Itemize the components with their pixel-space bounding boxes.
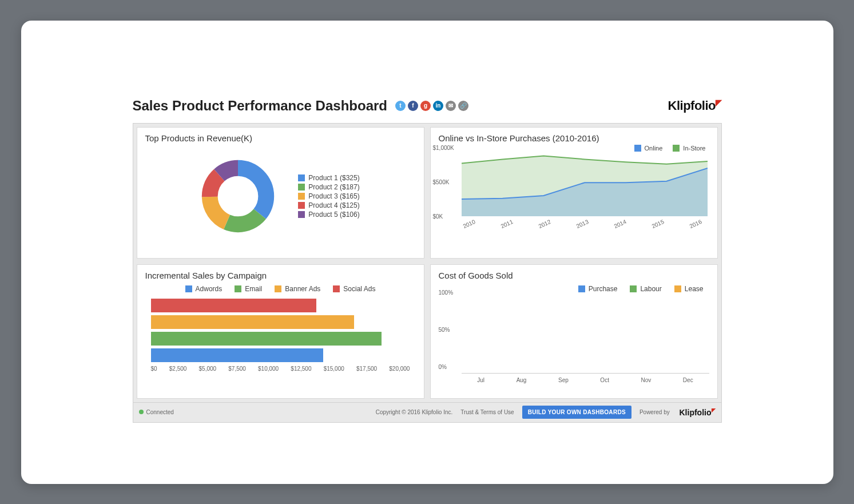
title-group: Sales Product Performance Dashboard t f … [133,98,468,114]
legend-item: Product 1 ($325) [298,174,359,182]
legend-item: Lease [674,285,704,293]
build-dashboards-button[interactable]: BUILD YOUR OWN DASHBOARDS [522,406,631,419]
y-tick: $0K [433,213,443,219]
copyright: Copyright © 2016 Klipfolio Inc. [376,409,453,415]
stack-legend: PurchaseLabourLease [439,285,709,293]
x-tick: 2012 [537,218,551,229]
y-tick: 50% [439,326,450,332]
twitter-icon[interactable]: t [395,101,406,111]
x-tick: $12,500 [291,366,311,372]
linkedin-icon[interactable]: in [433,101,443,111]
footer: Connected Copyright © 2016 Klipfolio Inc… [133,403,722,423]
powered-by-label: Powered by [639,409,672,415]
x-tick: Oct [600,377,609,383]
x-tick: Dec [683,377,693,383]
bar-email [151,332,410,346]
panel-title: Cost of Goods Sold [439,271,709,280]
x-tick: Jul [477,377,484,383]
legend-item: Product 2 ($187) [298,183,359,191]
panel-title: Online vs In-Store Purchases (2010-2016) [439,133,709,143]
hbar-chart: $0$2,500$5,000$7,500$10,000$12,500$15,00… [151,299,410,372]
donut-legend: Product 1 ($325)Product 2 ($187)Product … [298,173,359,220]
bar-banner-ads [151,315,410,329]
x-tick: $7,500 [228,366,246,372]
x-tick: $0 [151,366,157,372]
x-tick: 2014 [613,218,627,229]
brand-logo-small: Klipfolio◤ [680,407,716,417]
bar-adwords [151,348,410,362]
x-tick: $20,000 [389,366,410,372]
x-tick: $5,000 [199,366,217,372]
y-tick: 0% [439,363,447,370]
legend-item: Banner Ads [275,285,320,293]
legend-item: Product 4 ($125) [298,201,359,209]
area-chart: $0K$500K$1,000K 201020112012201320142015… [462,148,704,236]
x-tick: 2011 [499,218,514,229]
x-tick: 2013 [575,218,590,229]
panel-top-products: Top Products in Revenue(K) Product 1 ($3… [137,127,424,259]
share-icons: t f g in ✉ 🔗 [395,101,468,111]
app-frame: Sales Product Performance Dashboard t f … [21,21,833,484]
legend-item: Social Ads [333,285,375,293]
legend-item: Adwords [185,285,223,293]
donut-chart: Product 1 ($325)Product 2 ($187)Product … [145,148,416,245]
panel-grid: Top Products in Revenue(K) Product 1 ($3… [133,123,722,403]
terms-link[interactable]: Trust & Terms of Use [460,409,514,415]
x-tick: 2015 [651,218,665,229]
y-tick: $1,000K [433,144,454,150]
x-tick: $10,000 [258,366,279,372]
legend-item: Purchase [578,285,618,293]
legend-item: Email [235,285,262,293]
stack-chart: 0%50%100% [462,299,709,374]
x-tick: $15,000 [324,366,344,372]
y-tick: 100% [439,289,454,295]
status-dot-icon [139,410,144,414]
hbar-legend: AdwordsEmailBanner AdsSocial Ads [145,285,416,293]
brand-logo: Klipfolio◤ [668,98,722,113]
page-title: Sales Product Performance Dashboard [133,98,387,114]
x-tick: $2,500 [169,366,187,372]
panel-online-vs-instore: Online vs In-Store Purchases (2010-2016)… [430,127,718,259]
legend-item: Product 5 ($106) [298,211,359,219]
header: Sales Product Performance Dashboard t f … [133,98,722,114]
legend-item: Product 3 ($165) [298,192,359,200]
panel-incremental-sales: Incremental Sales by Campaign AdwordsEma… [137,264,424,399]
googleplus-icon[interactable]: g [420,101,431,111]
x-tick: 2016 [689,218,703,229]
x-tick: 2010 [462,218,476,229]
panel-cogs: Cost of Goods Sold PurchaseLabourLease 0… [430,264,718,399]
donut-graphic [201,159,275,233]
connection-status: Connected [139,409,174,415]
x-tick: Aug [517,377,527,383]
dashboard: Sales Product Performance Dashboard t f … [133,98,722,423]
x-tick: $17,500 [356,366,377,372]
panel-title: Top Products in Revenue(K) [145,133,416,143]
y-tick: $500K [433,178,450,185]
x-tick: Sep [558,377,569,383]
legend-item: Labour [630,285,661,293]
bar-social-ads [151,299,410,312]
panel-title: Incremental Sales by Campaign [145,271,416,280]
x-tick: Nov [641,377,651,383]
facebook-icon[interactable]: f [408,101,418,111]
link-icon[interactable]: 🔗 [458,101,468,111]
email-icon[interactable]: ✉ [446,101,456,111]
